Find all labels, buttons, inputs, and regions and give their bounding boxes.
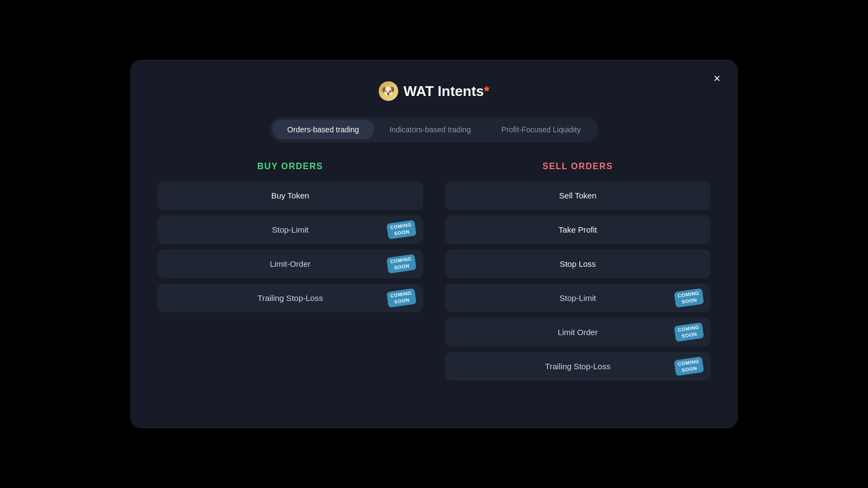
- tab-orders-based[interactable]: Orders-based trading: [272, 120, 374, 139]
- buy-token-button[interactable]: Buy Token: [157, 181, 423, 210]
- trailing-stop-loss-sell-button[interactable]: Trailing Stop-Loss COMING SOON: [445, 352, 711, 381]
- modal-header: 🐶 WAT Intents*: [157, 81, 711, 101]
- sell-token-button[interactable]: Sell Token: [445, 181, 711, 210]
- token-icon: 🐶: [379, 81, 398, 101]
- trailing-stop-loss-buy-button[interactable]: Trailing Stop-Loss COMING SOON: [157, 284, 423, 312]
- sell-orders-column: SELL ORDERS Sell Token Take Profit Stop …: [445, 162, 711, 386]
- coming-soon-badge: COMING SOON: [386, 220, 417, 239]
- tab-profit-focused[interactable]: Profit-Focused Liquidity: [486, 120, 596, 139]
- tabs-container: Orders-based trading Indicators-based tr…: [270, 117, 599, 142]
- coming-soon-badge-5: COMING SOON: [674, 322, 704, 342]
- coming-soon-badge-2: COMING SOON: [386, 254, 417, 273]
- buy-orders-title: BUY ORDERS: [157, 162, 423, 171]
- close-button[interactable]: ×: [709, 70, 725, 87]
- stop-limit-buy-button[interactable]: Stop-Limit COMING SOON: [157, 215, 423, 244]
- limit-order-sell-button[interactable]: Limit Order COMING SOON: [445, 318, 711, 346]
- coming-soon-badge-4: COMING SOON: [674, 288, 704, 307]
- modal-title: WAT Intents*: [404, 83, 489, 100]
- orders-section: BUY ORDERS Buy Token Stop-Limit COMING S…: [157, 162, 711, 386]
- modal-container: × 🐶 WAT Intents* Orders-based trading In…: [130, 60, 738, 428]
- stop-loss-button[interactable]: Stop Loss: [445, 249, 711, 278]
- limit-order-buy-button[interactable]: Limit-Order COMING SOON: [157, 249, 423, 278]
- stop-limit-sell-button[interactable]: Stop-Limit COMING SOON: [445, 284, 711, 312]
- modal-overlay: × 🐶 WAT Intents* Orders-based trading In…: [0, 0, 868, 488]
- coming-soon-badge-3: COMING SOON: [386, 288, 417, 307]
- take-profit-button[interactable]: Take Profit: [445, 215, 711, 244]
- coming-soon-badge-6: COMING SOON: [674, 356, 704, 376]
- sell-orders-title: SELL ORDERS: [445, 162, 711, 171]
- tab-indicators-based[interactable]: Indicators-based trading: [374, 120, 486, 139]
- buy-orders-column: BUY ORDERS Buy Token Stop-Limit COMING S…: [157, 162, 423, 386]
